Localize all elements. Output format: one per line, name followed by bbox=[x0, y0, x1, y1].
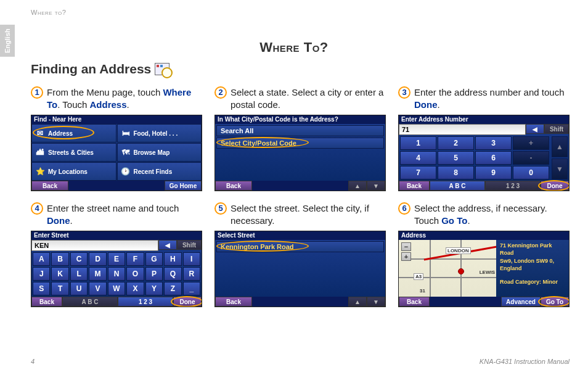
buildings-icon: 🏙 bbox=[35, 147, 46, 157]
key-e[interactable]: E bbox=[108, 252, 125, 266]
key-5[interactable]: 5 bbox=[438, 151, 474, 165]
key-l[interactable]: L bbox=[70, 267, 88, 281]
address-line-1: 71 Kennington Park Road bbox=[500, 242, 565, 257]
scroll-down-button[interactable]: ▼ bbox=[367, 181, 385, 191]
star-icon: ⭐ bbox=[35, 167, 46, 176]
123-button[interactable]: 1 2 3 bbox=[485, 181, 541, 191]
clock-icon: 🕑 bbox=[120, 167, 131, 176]
key-c[interactable]: C bbox=[70, 252, 88, 266]
key-x[interactable]: X bbox=[126, 282, 144, 295]
key-j[interactable]: J bbox=[33, 267, 50, 281]
key-9[interactable]: 9 bbox=[475, 166, 512, 179]
shift-button[interactable]: Shift bbox=[544, 124, 569, 134]
shift-button[interactable]: Shift bbox=[177, 240, 202, 250]
zoom-in-button[interactable]: + bbox=[401, 252, 411, 261]
key-b[interactable]: B bbox=[51, 252, 68, 266]
scroll-up-button[interactable]: ▲ bbox=[348, 297, 367, 307]
key-m[interactable]: M bbox=[89, 267, 106, 281]
back-button[interactable]: Back bbox=[215, 297, 252, 307]
key-plus[interactable]: + bbox=[513, 136, 549, 150]
back-button[interactable]: Back bbox=[399, 297, 430, 307]
key-u[interactable]: U bbox=[70, 282, 88, 295]
page-title: Where To? bbox=[0, 39, 588, 56]
key-7[interactable]: 7 bbox=[400, 166, 436, 179]
street-input[interactable]: KEN bbox=[31, 240, 158, 251]
menu-browse-map[interactable]: 🗺Browse Map bbox=[117, 143, 202, 162]
step-number: 1 bbox=[31, 86, 43, 99]
address-info-panel: 71 Kennington Park Road Sw9, London SW9 … bbox=[496, 240, 569, 297]
backspace-button[interactable]: ◀ bbox=[158, 240, 177, 250]
back-button[interactable]: Back bbox=[31, 297, 62, 307]
key-0[interactable]: 0 bbox=[513, 166, 549, 179]
key-p[interactable]: P bbox=[145, 267, 163, 281]
key-4[interactable]: 4 bbox=[400, 151, 436, 165]
menu-address[interactable]: ✉Address bbox=[31, 124, 116, 142]
key-a[interactable]: A bbox=[33, 252, 50, 266]
page-number: 4 bbox=[31, 358, 35, 365]
key-w[interactable]: W bbox=[108, 282, 125, 295]
step-5: 5 Select the street. Select the city, if… bbox=[214, 202, 386, 307]
key-v[interactable]: V bbox=[89, 282, 106, 295]
key-k[interactable]: K bbox=[51, 267, 68, 281]
go-home-button[interactable]: Go Home bbox=[165, 181, 202, 191]
done-button[interactable]: Done bbox=[173, 297, 202, 307]
key-o[interactable]: O bbox=[126, 267, 144, 281]
up-arrow-button[interactable]: ▲ bbox=[552, 136, 568, 157]
advanced-button[interactable]: Advanced bbox=[501, 297, 541, 307]
done-button[interactable]: Done bbox=[541, 181, 569, 191]
goto-button[interactable]: Go To bbox=[541, 297, 569, 307]
number-input[interactable]: 71 bbox=[399, 124, 526, 135]
back-button[interactable]: Back bbox=[31, 181, 68, 191]
bed-icon: 🛏 bbox=[120, 128, 131, 138]
key-d[interactable]: D bbox=[89, 252, 106, 266]
key-1[interactable]: 1 bbox=[400, 136, 436, 150]
key-n[interactable]: N bbox=[108, 267, 125, 281]
key-8[interactable]: 8 bbox=[438, 166, 474, 179]
abc-button[interactable]: A B C bbox=[62, 297, 118, 307]
street-result-row[interactable]: Kennington Park Road bbox=[216, 241, 384, 252]
key-2[interactable]: 2 bbox=[438, 136, 474, 150]
down-arrow-button[interactable]: ▼ bbox=[552, 159, 568, 179]
key-r[interactable]: R bbox=[183, 267, 200, 281]
scroll-up-button[interactable]: ▲ bbox=[348, 181, 367, 191]
key-3[interactable]: 3 bbox=[475, 136, 512, 150]
key-minus[interactable]: - bbox=[513, 151, 549, 165]
123-button[interactable]: 1 2 3 bbox=[118, 297, 173, 307]
key-space[interactable]: _ bbox=[183, 282, 200, 295]
select-city-postal-row[interactable]: Select City/Postal Code bbox=[216, 138, 384, 149]
step-number: 3 bbox=[398, 86, 410, 99]
map-preview[interactable]: − + LONDON A3 31 LEWIS bbox=[399, 240, 497, 297]
menu-food-hotel[interactable]: 🛏Food, Hotel . . . bbox=[117, 124, 202, 142]
step-6: 6 Select the address, if necessary. Touc… bbox=[398, 202, 570, 307]
backspace-button[interactable]: ◀ bbox=[526, 124, 544, 134]
envelope-icon: ✉ bbox=[35, 128, 46, 138]
back-button[interactable]: Back bbox=[215, 181, 252, 191]
key-g[interactable]: G bbox=[145, 252, 163, 266]
key-h[interactable]: H bbox=[164, 252, 181, 266]
manual-name: KNA-G431 Instruction Manual bbox=[480, 358, 570, 365]
key-t[interactable]: T bbox=[51, 282, 68, 295]
step-3: 3 Enter the address number and touch Don… bbox=[398, 86, 570, 191]
road-category: Road Category: Minor bbox=[500, 279, 565, 286]
step-number: 2 bbox=[214, 86, 227, 99]
screenshot-city-postal: In What City/Postal Code is the Address?… bbox=[214, 115, 386, 191]
menu-recent-finds[interactable]: 🕑Recent Finds bbox=[117, 162, 202, 181]
key-6[interactable]: 6 bbox=[475, 151, 512, 165]
key-y[interactable]: Y bbox=[145, 282, 163, 295]
shot-title: Enter Address Number bbox=[399, 115, 569, 124]
zoom-out-button[interactable]: − bbox=[401, 242, 411, 251]
key-z[interactable]: Z bbox=[164, 282, 181, 295]
menu-streets-cities[interactable]: 🏙Streets & Cities bbox=[31, 143, 116, 162]
key-q[interactable]: Q bbox=[164, 267, 181, 281]
number-keypad: 1 2 3 + 4 5 6 - 7 8 9 0 bbox=[399, 135, 550, 181]
search-all-row[interactable]: Search All bbox=[216, 125, 384, 136]
abc-button[interactable]: A B C bbox=[430, 181, 485, 191]
key-f[interactable]: F bbox=[126, 252, 144, 266]
back-button[interactable]: Back bbox=[399, 181, 430, 191]
key-s[interactable]: S bbox=[33, 282, 50, 295]
screenshot-select-street: Select Street Kennington Park Road Back … bbox=[214, 231, 386, 307]
shot-title: In What City/Postal Code is the Address? bbox=[215, 115, 385, 124]
key-i[interactable]: I bbox=[183, 252, 200, 266]
scroll-down-button[interactable]: ▼ bbox=[367, 297, 385, 307]
menu-my-locations[interactable]: ⭐My Locations bbox=[31, 162, 116, 181]
